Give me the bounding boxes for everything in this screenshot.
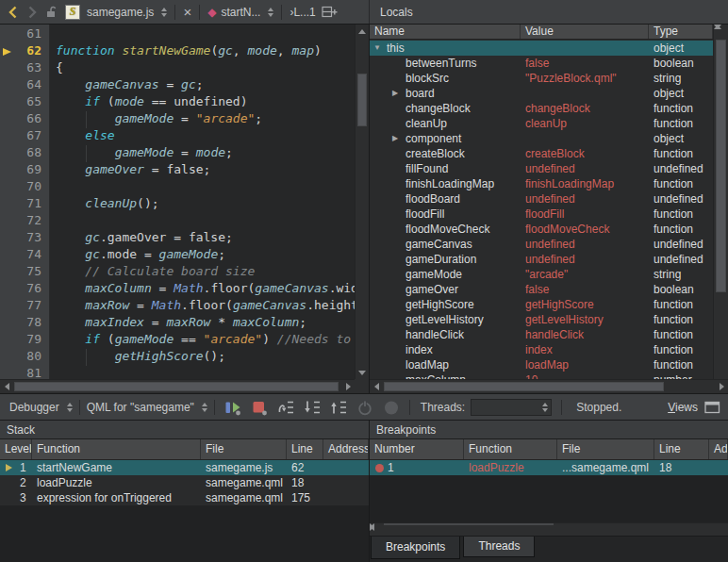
code-line[interactable]: gc.gameOver = false; — [50, 230, 355, 247]
stack-row[interactable]: 2loadPuzzlesamegame.qml18 — [0, 475, 369, 490]
breakpoints-horizontal-scrollbar[interactable] — [370, 522, 728, 537]
line-number-cell[interactable]: 63 — [0, 60, 50, 77]
locals-row[interactable]: ▶boardobject — [370, 86, 713, 101]
code-line[interactable]: getHighScore(); — [50, 349, 355, 366]
code-line[interactable]: if (mode == undefined) — [50, 94, 355, 111]
tab-breakpoints[interactable]: Breakpoints — [371, 537, 460, 559]
column-header-function[interactable]: Function — [32, 439, 201, 459]
scroll-left-button[interactable] — [370, 380, 383, 393]
code-line[interactable] — [50, 179, 355, 196]
scroll-down-button[interactable] — [356, 366, 369, 379]
locals-row[interactable]: fillFoundundefinedundefined — [370, 161, 713, 176]
locals-row[interactable]: gameOverfalseboolean — [370, 282, 713, 297]
line-number-cell[interactable]: 72 — [0, 213, 50, 230]
line-number-cell[interactable]: 61 — [0, 26, 50, 43]
code-editor[interactable]: 6162function startNewGame(gc, mode, map)… — [0, 25, 370, 393]
column-header-type[interactable]: Type — [649, 25, 713, 39]
restart-button[interactable] — [353, 396, 377, 419]
locals-row[interactable]: gameMode"arcade"string — [370, 267, 713, 282]
scrollbar-thumb[interactable] — [384, 382, 664, 391]
column-header-line[interactable]: Line — [654, 439, 709, 459]
code-line[interactable]: maxRow = Math.floor(gameCanvas.height — [50, 298, 355, 315]
column-header-address[interactable]: Address — [323, 439, 369, 459]
editor-horizontal-scrollbar[interactable] — [0, 379, 355, 393]
stack-row[interactable]: 1startNewGamesamegame.js62 — [0, 460, 369, 475]
column-header-name[interactable]: Name — [370, 25, 521, 39]
line-number-cell[interactable]: 79 — [0, 332, 50, 349]
code-line[interactable]: { — [50, 60, 355, 77]
column-header-value[interactable]: Value — [521, 25, 649, 39]
scrollbar-thumb[interactable] — [384, 523, 554, 525]
code-line[interactable]: function startNewGame(gc, mode, map) — [50, 43, 355, 60]
line-number-cell[interactable]: 76 — [0, 281, 50, 298]
debugger-engine-dropdown[interactable]: Debugger — [9, 401, 73, 414]
line-number-cell[interactable]: 64 — [0, 77, 50, 94]
line-number-cell[interactable]: 67 — [0, 128, 50, 145]
code-line[interactable]: gc.mode = gameMode; — [50, 247, 355, 264]
line-number-cell[interactable]: 75 — [0, 264, 50, 281]
locals-row[interactable]: floodFillfloodFillfunction — [370, 207, 713, 222]
locals-row[interactable]: getHighScoregetHighScorefunction — [370, 297, 713, 312]
column-header-file[interactable]: File — [201, 439, 287, 459]
views-menu[interactable]: Views — [668, 401, 720, 414]
locals-row[interactable]: floodBoardundefinedundefined — [370, 191, 713, 207]
code-line[interactable] — [50, 26, 355, 43]
line-number-cell[interactable]: 62 — [0, 43, 50, 60]
line-number-cell[interactable]: 71 — [0, 196, 50, 213]
breakpoint-row[interactable]: 1loadPuzzle...samegame.qml18 — [370, 460, 728, 475]
step-out-button[interactable] — [326, 396, 351, 419]
locals-row[interactable]: ▼thisobject — [370, 41, 713, 56]
locals-row[interactable]: betweenTurnsfalseboolean — [370, 56, 713, 71]
scrollbar-thumb[interactable] — [14, 382, 339, 391]
locals-row[interactable]: indexindexfunction — [370, 342, 713, 357]
forward-button[interactable] — [25, 5, 39, 20]
code-line[interactable]: else — [50, 128, 355, 145]
code-line[interactable]: cleanUp(); — [50, 196, 355, 213]
code-line[interactable] — [50, 366, 355, 379]
stack-row[interactable]: 3expression for onTriggeredsamegame.qml1… — [0, 490, 369, 505]
line-number-cell[interactable]: 81 — [0, 366, 50, 379]
scroll-right-button[interactable] — [341, 380, 355, 393]
locals-row[interactable]: finishLoadingMapfinishLoadingMapfunction — [370, 176, 713, 191]
line-number-cell[interactable]: 78 — [0, 315, 50, 332]
close-document-button[interactable]: × — [183, 6, 191, 19]
column-header-file[interactable]: File — [557, 439, 654, 459]
locals-row[interactable]: getLevelHistorygetLevelHistoryfunction — [370, 312, 713, 327]
code-line[interactable] — [50, 213, 355, 230]
scroll-left-button[interactable] — [0, 380, 13, 393]
column-header-line[interactable]: Line — [287, 439, 323, 459]
split-editor-button[interactable] — [322, 5, 338, 19]
step-over-button[interactable] — [273, 396, 298, 419]
line-number-cell[interactable]: 80 — [0, 349, 50, 366]
debug-target-dropdown[interactable]: QML for "samegame" — [87, 401, 207, 414]
editor-vertical-scrollbar[interactable] — [355, 25, 369, 379]
symbol-dropdown[interactable]: ◆ startN... — [207, 6, 273, 19]
column-header-function[interactable]: Function — [464, 439, 557, 459]
scrollbar-thumb[interactable] — [357, 74, 367, 126]
stop-debugger-button[interactable] — [247, 396, 272, 419]
expander-icon[interactable]: ▶ — [392, 86, 405, 101]
scroll-up-button[interactable] — [356, 25, 369, 38]
code-line[interactable]: maxIndex = maxRow * maxColumn; — [50, 315, 355, 332]
scrollbar-thumb[interactable] — [716, 40, 726, 292]
record-button[interactable] — [379, 396, 404, 419]
locals-row[interactable]: loadMaploadMapfunction — [370, 357, 713, 372]
locals-row[interactable]: ▶componentobject — [370, 131, 713, 146]
lock-button[interactable] — [44, 5, 58, 19]
code-line[interactable]: // Calculate board size — [50, 264, 355, 281]
continue-button[interactable] — [221, 396, 245, 419]
threads-dropdown[interactable] — [471, 399, 552, 416]
line-number-cell[interactable]: 66 — [0, 111, 50, 128]
locals-row[interactable]: handleClickhandleClickfunction — [370, 327, 713, 342]
code-line[interactable]: gameMode = "arcade"; — [50, 111, 355, 128]
locals-row[interactable]: createBlockcreateBlockfunction — [370, 146, 713, 161]
locals-row[interactable]: blockSrc"PuzzleBlock.qml"string — [370, 71, 713, 86]
locals-horizontal-scrollbar[interactable] — [370, 379, 728, 393]
line-number-cell[interactable]: 65 — [0, 94, 50, 111]
line-number-cell[interactable]: 69 — [0, 162, 50, 179]
locals-row[interactable]: maxColumn10number — [370, 372, 713, 379]
locals-row[interactable]: gameCanvasundefinedundefined — [370, 237, 713, 252]
locals-row[interactable]: gameDurationundefinedundefined — [370, 252, 713, 267]
line-number-cell[interactable]: 77 — [0, 298, 50, 315]
line-number-cell[interactable]: 70 — [0, 179, 50, 196]
